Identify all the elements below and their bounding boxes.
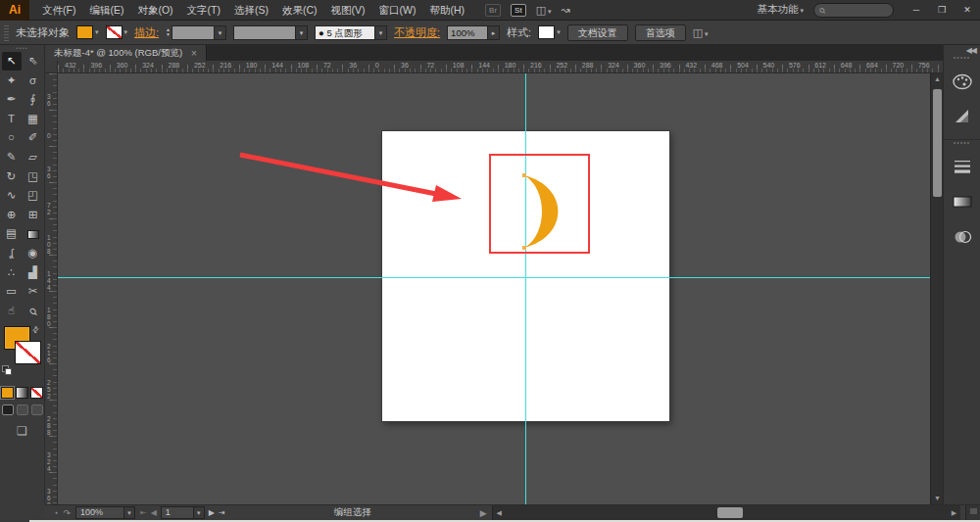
- canvas[interactable]: ▲ ▼: [58, 73, 943, 504]
- ellipse-tool[interactable]: ○: [2, 128, 22, 147]
- export-icon[interactable]: ↷: [63, 508, 71, 518]
- close-button[interactable]: ✕: [955, 2, 980, 19]
- minimize-button[interactable]: ─: [904, 2, 929, 19]
- stroke-none-swatch[interactable]: [106, 25, 122, 39]
- tab-close-icon[interactable]: ×: [191, 48, 197, 59]
- hand-tool[interactable]: ☝: [2, 302, 22, 320]
- panel-grip[interactable]: •••••: [944, 55, 980, 61]
- share-icon[interactable]: ↝: [562, 4, 570, 17]
- width-profile-field[interactable]: [233, 25, 296, 40]
- horizontal-scroll-thumb[interactable]: [717, 507, 743, 518]
- menu-item-8[interactable]: 窗口(W): [372, 0, 423, 21]
- swap-fill-stroke-icon[interactable]: ⇄: [30, 324, 41, 335]
- eyedropper-tool[interactable]: ʆ: [2, 244, 22, 262]
- vertical-scroll-thumb[interactable]: [933, 89, 942, 197]
- brush-field[interactable]: ● 5 点圆形: [315, 25, 375, 40]
- vertical-scrollbar[interactable]: ▲ ▼: [930, 73, 943, 504]
- eraser-tool[interactable]: ▱: [24, 148, 43, 166]
- paintbrush-tool[interactable]: ✐: [24, 128, 43, 147]
- app-logo-icon[interactable]: Ai: [0, 0, 29, 21]
- color-guide-panel-button[interactable]: [944, 102, 980, 131]
- artboard-tool[interactable]: ▭: [2, 282, 22, 301]
- menu-item-7[interactable]: 视图(V): [324, 0, 372, 21]
- fill-swatch[interactable]: [76, 25, 93, 39]
- search-input[interactable]: [827, 5, 884, 15]
- stroke-weight-stepper[interactable]: ▲▼ ▾: [166, 25, 226, 40]
- rectangular-grid-tool[interactable]: ▦: [24, 110, 43, 128]
- color-panel-button[interactable]: [944, 67, 980, 96]
- first-artboard-icon[interactable]: ⇤: [140, 508, 147, 517]
- scroll-up-icon[interactable]: ▲: [931, 73, 943, 85]
- next-artboard-icon[interactable]: ▶: [209, 508, 215, 517]
- opacity-expander[interactable]: ▸: [488, 25, 500, 40]
- blend-tool[interactable]: ◉: [24, 244, 43, 262]
- stroke-panel-button[interactable]: [944, 152, 980, 181]
- menu-item-6[interactable]: 效果(C): [275, 0, 324, 21]
- brush-definition[interactable]: ● 5 点圆形 ▾: [315, 25, 387, 40]
- menu-item-5[interactable]: 选择(S): [227, 0, 275, 21]
- panel-grip[interactable]: [4, 24, 9, 41]
- transparency-panel-button[interactable]: [944, 222, 980, 252]
- draw-inside-button[interactable]: [31, 404, 43, 415]
- stroke-weight-dropdown[interactable]: ▾: [215, 25, 226, 40]
- stock-icon[interactable]: St: [511, 4, 526, 17]
- fill-color-picker[interactable]: ▾: [76, 25, 99, 39]
- preferences-button[interactable]: 首选项: [635, 24, 686, 41]
- status-toggle-icon[interactable]: ◔: [53, 508, 58, 518]
- align-panel-icon[interactable]: ◫▾: [693, 26, 709, 39]
- none-mode-button[interactable]: [30, 387, 43, 399]
- zoom-field[interactable]: 100%: [75, 506, 124, 519]
- artboard-dropdown[interactable]: ▼: [194, 506, 205, 519]
- stroke-weight-field[interactable]: [172, 25, 215, 40]
- menu-item-4[interactable]: 文字(T): [180, 0, 227, 21]
- scale-tool[interactable]: ◳: [24, 167, 43, 186]
- gradient-mode-button[interactable]: [16, 387, 28, 399]
- search-box[interactable]: ϙ: [813, 3, 894, 18]
- horizontal-scroll-track[interactable]: [506, 505, 948, 521]
- stroke-panel-link[interactable]: 描边:: [134, 25, 159, 40]
- chevron-down-icon[interactable]: ▾: [557, 28, 561, 36]
- screen-mode-button[interactable]: ❏: [0, 424, 44, 438]
- scroll-left-icon[interactable]: ◀: [493, 509, 506, 517]
- column-graph-tool[interactable]: ▟: [24, 263, 43, 282]
- panel-grip[interactable]: ••••: [0, 45, 44, 52]
- document-tab[interactable]: 未标题-4* @ 100% (RGB/预览) ×: [45, 45, 207, 61]
- stroke-color-proxy[interactable]: [15, 341, 41, 364]
- scroll-down-icon[interactable]: ▼: [931, 493, 943, 504]
- brush-dropdown[interactable]: ▾: [375, 25, 387, 40]
- status-menu-icon[interactable]: ▶: [480, 508, 487, 518]
- previous-artboard-icon[interactable]: ◀: [151, 508, 157, 517]
- arrange-documents-icon[interactable]: ◫▾: [536, 4, 552, 17]
- default-fill-stroke-icon[interactable]: [2, 365, 13, 376]
- gradient-panel-button[interactable]: [944, 187, 980, 216]
- stepper-arrows-icon[interactable]: ▲▼: [166, 27, 171, 37]
- draw-behind-button[interactable]: [17, 404, 28, 415]
- workspace-switcher[interactable]: 基本功能▾: [757, 3, 804, 17]
- stroke-color-picker[interactable]: ▾: [106, 25, 128, 39]
- perspective-grid-tool[interactable]: ⊞: [24, 206, 43, 224]
- zoom-control[interactable]: 100% ▼: [75, 506, 135, 519]
- width-profile-dropdown[interactable]: ▾: [296, 25, 308, 40]
- opacity-field[interactable]: 100%: [447, 25, 488, 40]
- free-transform-tool[interactable]: ◰: [24, 186, 43, 205]
- chevron-down-icon[interactable]: ▾: [124, 28, 128, 36]
- draw-normal-button[interactable]: [2, 404, 14, 415]
- selection-tool[interactable]: ↖: [2, 52, 22, 71]
- color-mode-button[interactable]: [1, 387, 14, 399]
- type-tool[interactable]: T: [2, 110, 22, 128]
- style-swatch[interactable]: [538, 25, 555, 39]
- panel-grip[interactable]: •••••: [944, 140, 980, 146]
- pen-tool[interactable]: ✒: [2, 90, 22, 109]
- menu-item-2[interactable]: 编辑(E): [82, 0, 130, 21]
- chevron-down-icon[interactable]: ▾: [95, 28, 99, 36]
- bridge-icon[interactable]: Br: [485, 4, 501, 17]
- slice-tool[interactable]: ✂: [24, 282, 43, 301]
- gradient-tool[interactable]: [24, 224, 43, 243]
- opacity-panel-link[interactable]: 不透明度:: [394, 25, 440, 40]
- lasso-tool[interactable]: σ: [24, 71, 43, 90]
- variable-width-profile[interactable]: ▾: [233, 25, 308, 40]
- magic-wand-tool[interactable]: ✦: [2, 71, 22, 90]
- scroll-right-icon[interactable]: ▶: [948, 509, 960, 517]
- menu-item-1[interactable]: 文件(F): [35, 0, 82, 21]
- mesh-tool[interactable]: ▤: [2, 224, 22, 243]
